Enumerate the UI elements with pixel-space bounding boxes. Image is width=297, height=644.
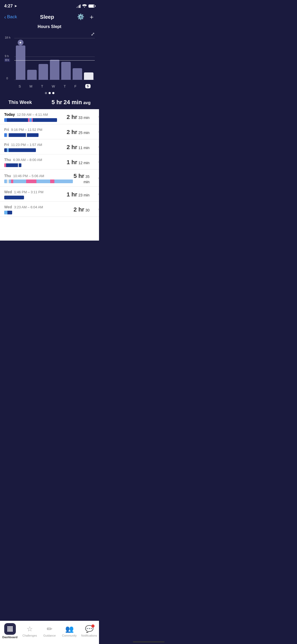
sleep-duration-fri2: 2 hr 11 min [67,144,95,151]
sleep-time-today: 12:59 AM – 4:11 AM [17,113,48,117]
sleep-bar-thu1 [4,163,21,167]
plus-icon[interactable]: ＋ [88,13,95,21]
bar-saturday [84,72,93,80]
page-title: Sleep [40,14,54,20]
y-label-0: 0 [6,77,8,80]
sleep-time-wed1: 1:46 PM – 3:11 PM [14,190,43,194]
bar-group-m [26,70,37,80]
x-label-s1: S [18,84,21,88]
x-axis: S M T W T F S [14,84,95,88]
signal-icon [76,4,81,8]
sleep-item-thu2[interactable]: Thu 10:46 PM – 5:06 AM [0,169,99,187]
chart-dots [4,89,95,96]
week-summary: This Week 5 hr 24 min avg [4,96,95,109]
sleep-time-fri2: 11:23 PM – 1:57 AM [11,143,42,147]
bar-group-s2 [83,72,94,80]
back-arrow-icon: ‹ [4,14,6,20]
location-icon: ➤ [14,4,17,8]
star-badge: ★ [18,40,23,45]
sleep-bar-thu2 [4,180,73,183]
sleep-day-wed1: Wed [4,190,12,194]
x-label-today: S [85,84,91,88]
sleep-day-fri1: Fri [4,127,9,132]
y-label-18: 18 h [5,36,10,39]
battery-icon [88,4,95,8]
sleep-time-thu2: 10:46 PM – 5:06 AM [13,174,44,178]
sleep-day-wed2: Wed [4,205,12,209]
expand-icon[interactable]: ⤢ [91,31,95,37]
week-label: This Week [8,100,32,105]
chart-section: Hours Slept ⤢ 18 h 9 h 8 h 0 ★ [0,24,99,109]
nav-actions: ⚙️ ＋ [77,13,95,21]
bar-group-s1: ★ [15,45,26,80]
sleep-bar-fri1 [4,133,39,137]
bar-thursday [61,62,71,80]
sleep-time-fri1: 9:16 PM – 11:52 PM [11,128,43,132]
sleep-bar-fri2 [4,148,36,152]
sleep-duration-wed1: 1 hr 23 min [67,191,95,198]
dot-1[interactable] [45,92,47,94]
sleep-bar-wed1 [4,196,24,199]
bar-group-t1 [37,64,49,80]
back-button[interactable]: ‹ Back [4,14,17,20]
bar-group-t2 [60,62,72,80]
x-label-t2: T [64,84,66,88]
bar-wednesday [50,60,59,80]
chevron-thu1: › [98,159,99,164]
status-time: 4:27 [4,4,13,8]
sleep-duration-fri1: 2 hr 25 min [67,129,95,136]
chart-title: Hours Slept [4,24,95,29]
gear-icon[interactable]: ⚙️ [77,13,84,20]
chevron-today: › [98,114,99,119]
sleep-day-thu1: Thu [4,158,11,162]
y-label-9: 9 h [5,54,9,58]
status-bar: 4:27 ➤ [0,0,99,11]
sleep-duration-today: 2 hr 33 min [67,114,95,121]
chevron-wed2: › [98,207,99,211]
wifi-icon [82,4,87,8]
sleep-time-thu1: 6:39 AM – 8:00 AM [13,158,42,162]
sleep-duration-wed2: 2 hr 30 [74,206,95,213]
chevron-fri1: › [98,129,99,134]
sleep-item-thu1[interactable]: Thu 6:39 AM – 8:00 AM 1 hr 12 min › [0,154,99,169]
chevron-wed1: › [98,192,99,196]
sleep-bar-wed2 [4,211,12,214]
nav-header: ‹ Back Sleep ⚙️ ＋ [0,11,99,24]
sleep-bar-today [4,118,57,122]
sleep-day-fri2: Fri [4,142,9,147]
x-label-w: W [52,84,55,88]
x-label-f: F [74,84,77,88]
sleep-time-wed2: 3:23 AM – 6:04 AM [14,205,43,209]
week-avg: 5 hr 24 min avg [51,99,91,106]
dot-3[interactable] [52,92,54,94]
bar-monday [27,70,37,80]
sleep-duration-thu1: 1 hr 12 min [67,159,95,166]
y-label-goal: 8 h [4,58,10,62]
sleep-item-today[interactable]: Today 12:59 AM – 4:11 AM 2 hr 33 min › [0,109,99,124]
sleep-list: Today 12:59 AM – 4:11 AM 2 hr 33 min › [0,109,99,241]
chevron-fri2: › [98,144,99,149]
bars-area: ★ [14,38,95,80]
sleep-item-wed2[interactable]: Wed 3:23 AM – 6:04 AM 2 hr 30 › [0,202,99,217]
bar-group-f [72,68,83,80]
bar-group-w [49,60,60,80]
sleep-day-today: Today [4,112,15,117]
status-icons [76,4,95,8]
sleep-item-wed1[interactable]: Wed 1:46 PM – 3:11 PM 1 hr 23 min › [0,187,99,202]
bar-tuesday [39,64,48,80]
x-label-t1: T [41,84,43,88]
back-label: Back [7,14,17,20]
x-label-m: M [30,84,32,88]
bar-sunday [16,45,25,80]
dot-2[interactable] [49,92,51,94]
sleep-item-fri1[interactable]: Fri 9:16 PM – 11:52 PM 2 hr 25 min › [0,124,99,139]
sleep-item-fri2[interactable]: Fri 11:23 PM – 1:57 AM 2 hr 11 min › [0,139,99,154]
sleep-day-thu2: Thu [4,174,11,178]
goal-line [14,60,95,61]
bar-friday [73,68,82,80]
sleep-duration-thu2: 5 hr 35 min [73,173,95,184]
chart-container: ⤢ 18 h 9 h 8 h 0 ★ [4,31,95,89]
chevron-thu2: › [98,176,99,180]
